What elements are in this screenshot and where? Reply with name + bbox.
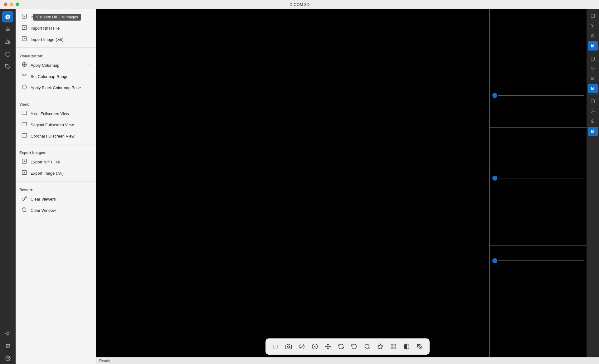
menu-item-sagittal-fullscreen[interactable]: Sagittal Fullscreen View [19,119,92,130]
sidebar-item-tag[interactable] [2,61,13,72]
toolbar-btn-move[interactable] [322,341,334,352]
view-header: View: [19,100,92,108]
visualization-section: Visualization: Apply Colormap › [16,49,96,95]
svg-rect-49 [592,88,593,90]
svg-point-66 [365,344,369,348]
import-nifti-icon [21,25,27,32]
rp-btn-active1[interactable] [588,41,598,51]
menu-item-export-vti[interactable]: Export Image (.vti) [19,167,92,179]
titlebar: DICOM 3D [0,0,599,9]
export-nifti-icon [21,158,27,165]
slider-top-thumb[interactable] [492,93,497,98]
rp-btn-settings2[interactable] [588,64,598,73]
slider-middle-container [490,176,587,181]
menu-item-apply-black-colormap[interactable]: Apply Black Colormap Base [19,82,92,93]
viewer-left[interactable] [96,9,490,364]
right-panel-section-3 [587,95,599,137]
toolbar-btn-confirm[interactable] [296,341,307,352]
export-nifti-label: Export NIfTI File [31,160,90,164]
toolbar-btn-grid[interactable] [388,341,399,352]
svg-rect-69 [391,344,393,346]
svg-line-45 [594,80,595,80]
svg-rect-29 [22,122,27,126]
svg-rect-30 [22,133,27,137]
menu-item-export-nifti[interactable]: Export NIfTI File [19,156,92,167]
sidebar-item-gear[interactable] [2,353,13,364]
main-content: Ready [96,9,599,364]
sidebar-item-sliders[interactable] [2,24,13,35]
menu-item-import-nifti[interactable]: Import NIfTI File [19,22,92,34]
rp-btn-zoom3[interactable] [588,117,598,126]
clear-window-label: Clear Window [31,208,90,213]
maximize-button[interactable] [16,2,19,6]
sidebar-item-trash[interactable] [2,340,13,352]
export-section: Export Images: Export NIfTI File [16,146,96,180]
rp-btn-zoom1[interactable] [588,31,598,41]
menu-item-import-vti[interactable]: Import Image (.vti) [19,34,92,45]
sidebar-item-visualize[interactable] [2,11,13,22]
svg-point-17 [7,358,9,359]
menu-item-axial-fullscreen[interactable]: Axial Fullscreen View [19,108,92,119]
toolbar-btn-camera[interactable] [283,341,294,352]
clear-viewers-icon [21,196,27,202]
toolbar-btn-contrast[interactable] [401,341,412,352]
svg-rect-40 [592,45,593,47]
viewer-divider-top [490,127,587,128]
sidebar-item-3d[interactable] [2,49,13,60]
viewer-right [490,9,587,364]
import-section: Import DICOM Images Import NIfTI File [16,9,96,46]
rp-btn-rect1[interactable] [588,11,598,21]
slider-bottom-thumb[interactable] [492,258,497,263]
divider-4 [16,181,96,182]
apply-colormap-label: Apply Colormap [31,63,86,68]
close-button[interactable] [4,2,7,6]
slider-middle-track[interactable] [498,178,584,178]
rp-btn-zoom2[interactable] [588,74,598,83]
toolbar-btn-rotate[interactable] [335,341,347,352]
svg-line-67 [368,348,370,349]
export-header: Export Images: [19,148,92,156]
restart-header: Restart: [19,185,92,193]
rp-btn-active3[interactable] [588,127,598,136]
minimize-button[interactable] [10,2,13,6]
svg-point-34 [592,25,593,27]
axial-fullscreen-label: Axial Fullscreen View [31,111,90,116]
menu-item-apply-colormap[interactable]: Apply Colormap › [19,60,92,71]
slider-top-container [490,93,587,98]
traffic-lights [4,2,19,6]
menu-item-set-colormap-range[interactable]: Set Colormap Range [19,71,92,82]
window-title: DICOM 3D [290,2,309,7]
dropdown-panel: Visualize DICOM Images Import DICOM Imag… [16,9,96,364]
toolbar-btn-zoom[interactable] [362,341,373,352]
svg-rect-58 [592,131,593,133]
slider-bottom-track[interactable] [498,260,584,261]
menu-item-clear-window[interactable]: Clear Window [19,205,92,216]
status-bar: Ready [96,357,599,364]
menu-item-import-dicom[interactable]: Import DICOM Images [19,11,92,22]
rp-btn-rect3[interactable] [588,97,598,106]
restart-section: Restart: Clear Viewers Clear Wi [16,183,96,217]
rp-btn-settings1[interactable] [588,21,598,31]
rp-btn-rect2[interactable] [588,54,598,63]
svg-point-3 [7,27,8,29]
visualization-header: Visualization: [19,51,92,60]
clear-window-icon [21,207,27,214]
toolbar-btn-rectangle[interactable] [270,341,281,352]
rp-btn-active2[interactable] [588,84,598,93]
svg-rect-70 [394,344,396,346]
toolbar-btn-annotate[interactable] [375,341,386,352]
sidebar-item-sun[interactable] [2,328,13,339]
sidebar-item-shapes[interactable] [2,36,13,47]
viewer-area [96,9,599,364]
coronal-view-icon [21,133,27,139]
toolbar-btn-undo[interactable] [348,341,360,352]
rp-btn-settings3[interactable] [588,107,598,116]
svg-line-54 [594,122,595,123]
toolbar-btn-cancel[interactable] [309,341,320,352]
toolbar-btn-draw[interactable] [414,341,425,352]
slider-middle-thumb[interactable] [492,176,497,181]
menu-item-coronal-fullscreen[interactable]: Coronal Fullscreen View [19,130,92,142]
slider-top-track[interactable] [498,95,584,96]
menu-item-clear-viewers[interactable]: Clear Viewers [19,193,92,205]
divider-1 [16,47,96,48]
